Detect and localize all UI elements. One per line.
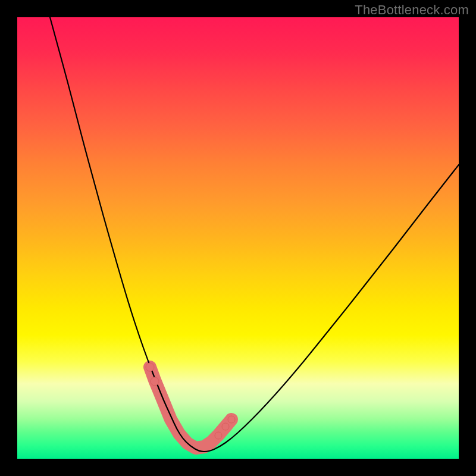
curve-svg [17, 17, 459, 459]
accent-dot [151, 377, 159, 386]
accent-dot [215, 432, 222, 439]
plot-area [17, 17, 459, 459]
outer-frame: TheBottleneck.com [0, 0, 476, 476]
plot-clip [17, 17, 459, 459]
bottleneck-curve [50, 17, 459, 452]
accent-dot [222, 423, 229, 430]
watermark-text: TheBottleneck.com [355, 2, 469, 18]
accent-dot [146, 363, 154, 371]
accent-dot [228, 416, 235, 423]
